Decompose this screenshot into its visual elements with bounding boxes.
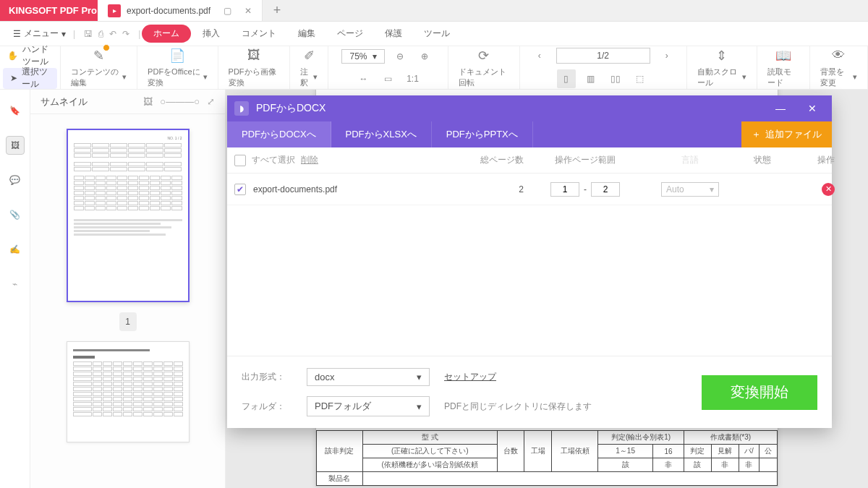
zoom-out-icon[interactable]: ⊖ — [391, 47, 409, 66]
doc-cell: 1～15 — [598, 445, 653, 458]
file-row: export-documents.pdf 2 - Auto▾ ✕ — [227, 174, 832, 205]
pdf-to-docx-dialog: ◗ PDFからDOCX — ✕ PDFからDOCXへ PDFからXLSXへ PD… — [227, 95, 832, 428]
doc-cell: 作成書類(*3) — [684, 431, 778, 445]
thumbnail-page-2[interactable] — [67, 341, 190, 442]
tab-page[interactable]: ページ — [327, 25, 373, 43]
hand-tool[interactable]: ✋ハンドツール — [0, 45, 60, 67]
col-select-all: すべて選択 — [252, 154, 295, 166]
app-brand: KINGSOFT PDF Pro — [0, 0, 98, 21]
next-page-icon[interactable]: › — [658, 46, 676, 65]
new-tab-button[interactable]: + — [263, 0, 292, 21]
select-all-checkbox[interactable] — [234, 155, 246, 166]
folder-value: PDFフォルダ — [315, 400, 371, 413]
thumbnail-icon[interactable]: 🖼 — [6, 136, 25, 155]
col-action: 操作 — [791, 154, 835, 166]
plus-icon: ＋ — [752, 128, 761, 141]
divider: | — [138, 29, 140, 39]
tab-tools[interactable]: ツール — [414, 25, 460, 43]
fit-page-icon[interactable]: ▭ — [378, 69, 397, 88]
doc-cell: 判定(輸出令別表1) — [598, 431, 684, 445]
row-checkbox[interactable] — [234, 184, 246, 195]
zoom-in-icon[interactable]: ⊕ — [415, 47, 434, 66]
folder-select[interactable]: PDFフォルダ▾ — [307, 396, 430, 416]
tab-to-xlsx[interactable]: PDFからXLSXへ — [331, 121, 432, 147]
thumb-image-icon[interactable]: 🖼 — [143, 96, 153, 107]
thumb-enlarge-icon[interactable]: ⤢ — [207, 96, 215, 107]
fit-width-icon[interactable]: ↔ — [354, 69, 373, 88]
undo-icon[interactable]: ↶ — [109, 29, 116, 39]
signature-icon[interactable]: ✍ — [6, 240, 25, 259]
convert-button[interactable]: 変換開始 — [702, 375, 817, 410]
folder-note: PDFと同じディレクトリに保存します — [444, 401, 694, 413]
doc-cell: 見解 — [711, 445, 739, 458]
label: PDFをOfficeに変換 — [148, 67, 200, 88]
tab-comment[interactable]: コメント — [231, 25, 286, 43]
range-to-input[interactable] — [591, 182, 620, 197]
thumbnail-title: サムネイル — [41, 95, 88, 108]
doc-cell: 型 式 — [362, 431, 497, 445]
annotate-button[interactable]: ✐ 注釈▾ — [290, 46, 329, 89]
label: 読取モード — [767, 67, 799, 88]
format-select[interactable]: docx▾ — [307, 368, 430, 386]
thumb-zoom-slider[interactable]: ○———○ — [160, 96, 200, 107]
tab-close-icon[interactable]: ✕ — [244, 6, 252, 16]
view-facing-cont-icon[interactable]: ⬚ — [631, 69, 650, 88]
remove-row-button[interactable]: ✕ — [822, 183, 835, 196]
select-label: 選択ツール — [22, 66, 50, 90]
bookmark-icon[interactable]: 🔖 — [6, 101, 25, 120]
tab-window-icon[interactable]: ▢ — [224, 6, 231, 16]
eye-icon: 👁 — [830, 48, 846, 64]
setup-link[interactable]: セットアップ — [444, 372, 496, 382]
tab-filename: export-documents.pdf — [127, 6, 210, 16]
row-filename: export-documents.pdf — [253, 184, 337, 194]
select-tool[interactable]: ➤選択ツール — [3, 68, 57, 90]
close-icon[interactable]: ✕ — [800, 103, 825, 114]
tab-protect[interactable]: 保護 — [375, 25, 412, 43]
pdf-to-image-button[interactable]: 🖼 PDFから画像変換 — [218, 46, 290, 89]
doc-cell — [362, 472, 777, 486]
edit-content-button[interactable]: ✎ コンテンツの編集▾ — [61, 46, 137, 89]
pdf-to-office-button[interactable]: 📄 PDFをOfficeに変換▾ — [137, 46, 218, 89]
doc-cell: 工場依頼 — [552, 431, 598, 472]
view-continuous-icon[interactable]: ▥ — [582, 69, 600, 88]
edit-content-icon: ✎ — [90, 48, 106, 64]
document-tab[interactable]: ▸ export-documents.pdf ▢ ✕ — [98, 0, 263, 21]
doc-cell: 判定 — [684, 445, 712, 458]
actual-size-icon[interactable]: 1:1 — [403, 69, 422, 88]
prev-page-icon[interactable]: ‹ — [530, 46, 549, 65]
tab-insert[interactable]: 挿入 — [192, 25, 230, 43]
redo-icon[interactable]: ↷ — [122, 29, 129, 39]
thumbnail-page-1[interactable]: NO. 1 / 2 — [67, 129, 190, 302]
background-button[interactable]: 👁 背景を変更▾ — [810, 46, 868, 89]
ocr-icon[interactable]: ⌁ — [6, 275, 25, 294]
read-mode-button[interactable]: 📖 読取モード — [757, 46, 810, 89]
col-range: 操作ページ範囲 — [524, 154, 647, 166]
tab-to-docx[interactable]: PDFからDOCXへ — [227, 121, 331, 147]
tab-edit[interactable]: 編集 — [288, 25, 326, 43]
add-file-button[interactable]: ＋追加ファイル — [741, 121, 832, 147]
autoscroll-button[interactable]: ⇕ 自動スクロール▾ — [687, 46, 758, 89]
doc-cell: 台数 — [497, 431, 524, 472]
view-single-icon[interactable]: ▯ — [557, 69, 576, 88]
rotate-button[interactable]: ⟳ ドキュメント回転 — [448, 46, 520, 89]
zoom-select[interactable]: 75%▾ — [341, 49, 385, 64]
col-status: 状態 — [733, 154, 791, 166]
save-icon[interactable]: 🖫 — [84, 29, 93, 39]
hamburger-menu[interactable]: ☰ メニュー ▾ — [7, 25, 72, 43]
range-from-input[interactable] — [550, 182, 579, 197]
minimize-icon[interactable]: — — [768, 103, 793, 114]
tab-to-pptx[interactable]: PDFからPPTXへ — [432, 121, 533, 147]
col-delete[interactable]: 削除 — [301, 154, 318, 166]
tab-home[interactable]: ホーム — [142, 25, 191, 43]
chevron-down-icon: ▾ — [61, 29, 66, 39]
doc-cell: 非 — [653, 458, 684, 472]
book-icon: 📖 — [775, 48, 791, 64]
view-facing-icon[interactable]: ▯▯ — [606, 69, 625, 88]
page-input[interactable]: 1/2 — [556, 48, 650, 64]
lang-select[interactable]: Auto▾ — [661, 182, 719, 197]
print-icon[interactable]: ⎙ — [98, 29, 103, 39]
lang-value: Auto — [666, 184, 684, 194]
attachment-icon[interactable]: 📎 — [6, 205, 25, 224]
chevron-down-icon: ▾ — [417, 401, 422, 412]
comment-icon[interactable]: 💬 — [6, 171, 25, 189]
